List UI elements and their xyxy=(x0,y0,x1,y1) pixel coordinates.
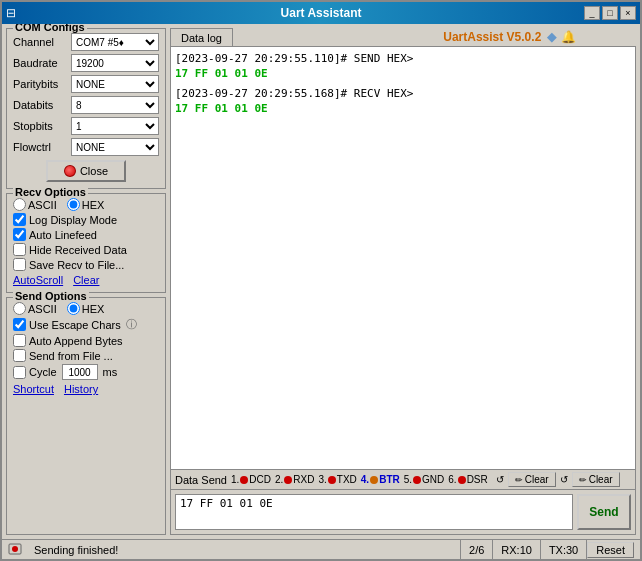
data-send-label: Data Send xyxy=(175,474,227,486)
log-display-label: Log Display Mode xyxy=(29,214,117,226)
send-ascii-radio[interactable]: ASCII xyxy=(13,302,57,315)
shortcut-link[interactable]: Shortcut xyxy=(13,383,54,395)
send-options-group: Send Options ASCII HEX Use Escape Chars … xyxy=(6,297,166,535)
log-timestamp-0: [2023-09-27 20:29:55.110]# SEND HEX> xyxy=(175,52,413,65)
recv-ascii-radio[interactable]: ASCII xyxy=(13,198,57,211)
flowctrl-label: Flowctrl xyxy=(13,141,71,153)
history-link[interactable]: History xyxy=(64,383,98,395)
dcd-dot xyxy=(240,476,248,484)
pin-5: 5. GND xyxy=(404,474,445,485)
sending-status: Sending finished! xyxy=(26,540,461,559)
log-entry-1: [2023-09-27 20:29:55.168]# RECV HEX> 17 … xyxy=(175,86,631,117)
pin-6: 6. DSR xyxy=(448,474,487,485)
com-configs-title: COM Configs xyxy=(13,24,87,33)
btr-dot xyxy=(370,476,378,484)
send-button[interactable]: Send xyxy=(577,494,631,530)
cycle-unit: ms xyxy=(103,366,118,378)
title-bar-controls: _ □ × xyxy=(584,6,636,20)
cycle-row: Cycle ms xyxy=(13,364,159,380)
maximize-button[interactable]: □ xyxy=(602,6,618,20)
send-clear-label: Clear xyxy=(525,474,549,485)
auto-append-checkbox[interactable]: Auto Append Bytes xyxy=(13,334,159,347)
data-send-bar: Data Send 1. DCD 2. RXD 3. TXD 4. BTR 5.… xyxy=(170,470,636,490)
data-log-tab[interactable]: Data log xyxy=(170,28,233,46)
txd-dot xyxy=(328,476,336,484)
send-from-file-checkbox[interactable]: Send from File ... xyxy=(13,349,159,362)
databits-select[interactable]: 8 xyxy=(71,96,159,114)
arrow2-icon: ↺ xyxy=(560,474,568,485)
recv-options-title: Recv Options xyxy=(13,186,88,198)
log-display-checkbox[interactable]: Log Display Mode xyxy=(13,213,159,226)
recv-ascii-label: ASCII xyxy=(28,199,57,211)
stopbits-label: Stopbits xyxy=(13,120,71,132)
log-hex-0: 17 FF 01 01 0E xyxy=(175,67,268,80)
data-log-tab-label: Data log xyxy=(181,32,222,44)
rx-status: RX:10 xyxy=(493,540,541,559)
log-timestamp-1: [2023-09-27 20:29:55.168]# RECV HEX> xyxy=(175,87,413,100)
stopbits-row: Stopbits 1 xyxy=(13,117,159,135)
send-hex-radio[interactable]: HEX xyxy=(67,302,105,315)
status-icon xyxy=(8,542,22,558)
auto-linefeed-checkbox[interactable]: Auto Linefeed xyxy=(13,228,159,241)
stopbits-select[interactable]: 1 xyxy=(71,117,159,135)
recv-links: AutoScroll Clear xyxy=(13,274,159,286)
send-from-file-label: Send from File ... xyxy=(29,350,113,362)
dsr-dot xyxy=(458,476,466,484)
status-bar: Sending finished! 2/6 RX:10 TX:30 Reset xyxy=(2,539,640,559)
channel-row: Channel COM7 #5♦ xyxy=(13,33,159,51)
close-button[interactable]: × xyxy=(620,6,636,20)
page-status: 2/6 xyxy=(461,540,493,559)
log-entry-0: [2023-09-27 20:29:55.110]# SEND HEX> 17 … xyxy=(175,51,631,82)
baudrate-select[interactable]: 19200 xyxy=(71,54,159,72)
save-recv-checkbox[interactable]: Save Recv to File... xyxy=(13,258,159,271)
minimize-button[interactable]: _ xyxy=(584,6,600,20)
app-icon: ⊟ xyxy=(6,6,16,20)
pin-1: 1. DCD xyxy=(231,474,271,485)
close-button[interactable]: Close xyxy=(46,160,126,182)
send-input-field[interactable]: 17 FF 01 01 0E xyxy=(175,494,573,530)
bell-icon: 🔔 xyxy=(561,30,576,44)
red-dot-icon xyxy=(64,165,76,177)
use-escape-checkbox[interactable]: Use Escape Chars ⓘ xyxy=(13,317,159,332)
send-input-area: 17 FF 01 01 0E Send xyxy=(170,490,636,535)
paritybits-select[interactable]: NONE xyxy=(71,75,159,93)
flowctrl-select[interactable]: NONE xyxy=(71,138,159,156)
use-escape-label: Use Escape Chars xyxy=(29,319,121,331)
baudrate-label: Baudrate xyxy=(13,57,71,69)
send-label: Send xyxy=(589,505,618,519)
hide-received-label: Hide Received Data xyxy=(29,244,127,256)
cycle-checkbox[interactable] xyxy=(13,366,26,379)
send-clear-button[interactable]: ✏ Clear xyxy=(508,472,556,487)
version-text: UartAssist V5.0.2 xyxy=(443,30,541,44)
svg-point-1 xyxy=(12,546,18,552)
pin-4: 4. BTR xyxy=(361,474,400,485)
log-area: [2023-09-27 20:29:55.110]# SEND HEX> 17 … xyxy=(170,46,636,470)
paritybits-label: Paritybits xyxy=(13,78,71,90)
send-encoding-row: ASCII HEX xyxy=(13,302,159,315)
version-display: UartAssist V5.0.2 ◆ 🔔 xyxy=(443,30,576,44)
channel-select[interactable]: COM7 #5♦ xyxy=(71,33,159,51)
paritybits-row: Paritybits NONE xyxy=(13,75,159,93)
pin-3: 3. TXD xyxy=(318,474,356,485)
tx-status: TX:30 xyxy=(541,540,587,559)
autoscroll-link[interactable]: AutoScroll xyxy=(13,274,63,286)
status-svg-icon xyxy=(8,542,22,556)
recv-hex-radio[interactable]: HEX xyxy=(67,198,105,211)
recv-options-group: Recv Options ASCII HEX Log Display Mode xyxy=(6,193,166,293)
main-window: ⊟ Uart Assistant _ □ × COM Configs Chann… xyxy=(0,0,642,561)
hide-received-checkbox[interactable]: Hide Received Data xyxy=(13,243,159,256)
close-label: Close xyxy=(80,165,108,177)
databits-label: Databits xyxy=(13,99,71,111)
reset-button[interactable]: Reset xyxy=(587,542,634,558)
cycle-input[interactable] xyxy=(62,364,98,380)
auto-append-label: Auto Append Bytes xyxy=(29,335,123,347)
channel-label: Channel xyxy=(13,36,71,48)
flowctrl-row: Flowctrl NONE xyxy=(13,138,159,156)
clear2-button[interactable]: ✏ Clear xyxy=(572,472,620,487)
recv-clear-link[interactable]: Clear xyxy=(73,274,99,286)
send-clear-icon: ✏ xyxy=(515,475,523,485)
log-hex-1: 17 FF 01 01 0E xyxy=(175,102,268,115)
save-recv-label: Save Recv to File... xyxy=(29,259,124,271)
clear2-icon: ✏ xyxy=(579,475,587,485)
main-content: COM Configs Channel COM7 #5♦ Baudrate 19… xyxy=(2,24,640,539)
